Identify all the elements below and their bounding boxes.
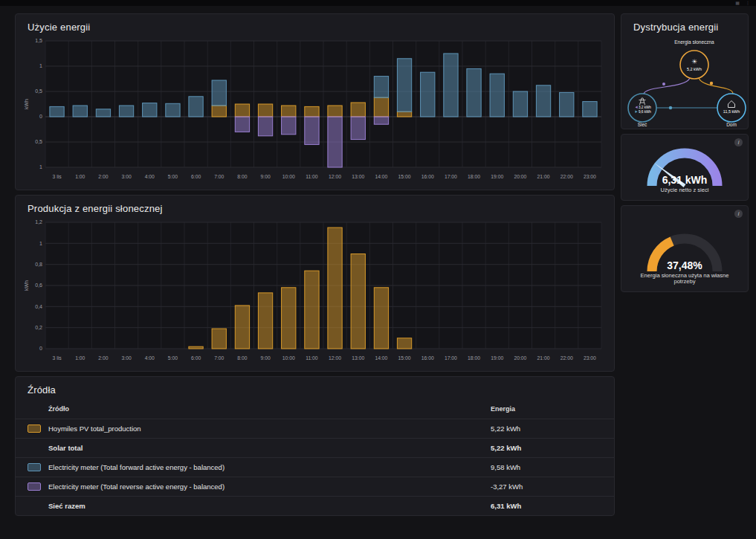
bar-segment[interactable] (444, 54, 458, 117)
x-tick-label: 8:00 (237, 174, 247, 179)
bar-segment[interactable] (212, 80, 226, 106)
grid-import-value: 9,6 kWh (639, 110, 651, 114)
bar-segment[interactable] (351, 117, 365, 140)
bar-segment[interactable] (258, 293, 272, 349)
bar-segment[interactable] (305, 117, 319, 144)
x-tick-label: 22:00 (560, 355, 573, 361)
y-tick-label: 0,4 (35, 304, 42, 309)
bar-segment[interactable] (374, 288, 388, 349)
series-color-swatch (28, 444, 41, 452)
source-name: Sieć razem (48, 502, 491, 510)
apps-icon[interactable]: ▦ (735, 1, 740, 5)
table-row: Sieć razem 6,31 kWh (16, 496, 614, 515)
bar-segment[interactable] (397, 59, 411, 112)
bar-segment[interactable] (305, 106, 319, 117)
y-tick-label: 0,2 (35, 325, 42, 330)
bar-segment[interactable] (328, 227, 342, 349)
solar-node-label: Energia słoneczna (674, 39, 714, 45)
solar-production-card: Produkcja z energii słonecznej 1,210,80,… (15, 195, 615, 372)
bar-segment[interactable] (536, 85, 550, 117)
x-tick-label: 1:00 (75, 355, 85, 361)
solar-to-home-flow-line (699, 78, 733, 94)
bar-segment[interactable] (583, 102, 597, 117)
bar-segment[interactable] (305, 271, 319, 349)
bar-segment[interactable] (50, 106, 64, 117)
bar-segment[interactable] (351, 254, 365, 349)
info-icon[interactable]: i (734, 210, 743, 218)
solar-production-title: Produkcja z energii słonecznej (16, 196, 614, 218)
bar-segment[interactable] (235, 306, 249, 349)
x-tick-label: 11:00 (306, 174, 318, 179)
bar-segment[interactable] (96, 109, 110, 117)
home-node[interactable] (717, 94, 746, 122)
source-energy-value: 6,31 kWh (491, 502, 602, 510)
bar-segment[interactable] (189, 346, 203, 349)
bar-segment[interactable] (212, 106, 226, 117)
x-tick-label: 19:00 (491, 174, 503, 179)
bar-segment[interactable] (560, 92, 574, 117)
bar-segment[interactable] (282, 117, 296, 135)
x-tick-label: 21:00 (537, 174, 550, 179)
bar-segment[interactable] (143, 103, 157, 117)
x-tick-label: 11:00 (306, 355, 318, 361)
home-node-value: 11,5 kWh (723, 109, 740, 114)
x-tick-label: 14:00 (375, 174, 387, 179)
bar-segment[interactable] (258, 104, 272, 117)
x-tick-label: 15:00 (398, 355, 411, 361)
x-tick-label: 19:00 (491, 355, 503, 361)
y-tick-label: 1 (39, 164, 42, 170)
info-icon[interactable]: i (734, 138, 743, 146)
bar-segment[interactable] (421, 72, 435, 117)
x-tick-label: 3:00 (121, 355, 131, 361)
bar-segment[interactable] (73, 106, 87, 117)
energy-column-header: Energia (491, 405, 602, 413)
return-flow-dot (662, 83, 665, 85)
y-tick-label: 0,8 (35, 262, 42, 267)
bar-segment[interactable] (351, 103, 365, 117)
bar-segment[interactable] (258, 117, 272, 136)
bar-segment[interactable] (374, 97, 388, 117)
bar-segment[interactable] (328, 117, 342, 167)
solar-flow-dot (710, 82, 713, 85)
bar-segment[interactable] (374, 117, 388, 124)
x-tick-label: 5:00 (168, 355, 178, 361)
x-tick-label: 15:00 (398, 174, 411, 179)
y-axis-label: kWh (24, 99, 29, 109)
bar-segment[interactable] (235, 104, 249, 117)
x-tick-label: 9:00 (260, 355, 270, 361)
x-tick-label: 2:00 (98, 174, 108, 179)
topbar: ▦ ⋮ (0, 0, 756, 6)
bar-segment[interactable] (189, 97, 203, 117)
bar-segment[interactable] (166, 103, 180, 117)
bar-segment[interactable] (490, 74, 504, 117)
bar-segment[interactable] (467, 68, 481, 117)
source-column-header: Źródło (48, 405, 491, 413)
bar-segment[interactable] (235, 117, 249, 132)
bar-segment[interactable] (328, 106, 342, 117)
bar-segment[interactable] (212, 329, 226, 349)
grid-flow-dot (669, 106, 672, 109)
y-tick-label: 0 (39, 346, 42, 351)
bar-segment[interactable] (282, 288, 296, 349)
bar-segment[interactable] (282, 106, 296, 117)
x-tick-label: 5:00 (168, 174, 178, 179)
bar-segment[interactable] (119, 106, 133, 117)
bar-segment[interactable] (397, 112, 411, 117)
y-tick-label: 0,5 (35, 88, 42, 94)
home-node-label: Dom (726, 122, 737, 127)
x-tick-label: 6:00 (191, 355, 201, 361)
bar-segment[interactable] (513, 91, 527, 117)
series-color-swatch (28, 425, 41, 433)
x-tick-label: 14:00 (375, 355, 387, 361)
bar-segment[interactable] (374, 77, 388, 98)
more-icon[interactable]: ⋮ (746, 1, 750, 5)
x-tick-label: 22:00 (560, 174, 573, 179)
x-tick-label: 4:00 (145, 174, 155, 179)
x-tick-label: 1:00 (75, 174, 85, 179)
source-energy-value: 5,22 kWh (491, 444, 602, 452)
x-tick-label: 21:00 (537, 355, 550, 361)
x-tick-label: 17:00 (445, 174, 457, 179)
net-grid-usage-gauge-card: i 6,31 kWh Użycie netto z sieci (621, 134, 749, 201)
table-row: Hoymiles PV total_production 5,22 kWh (16, 419, 614, 438)
bar-segment[interactable] (397, 338, 411, 349)
